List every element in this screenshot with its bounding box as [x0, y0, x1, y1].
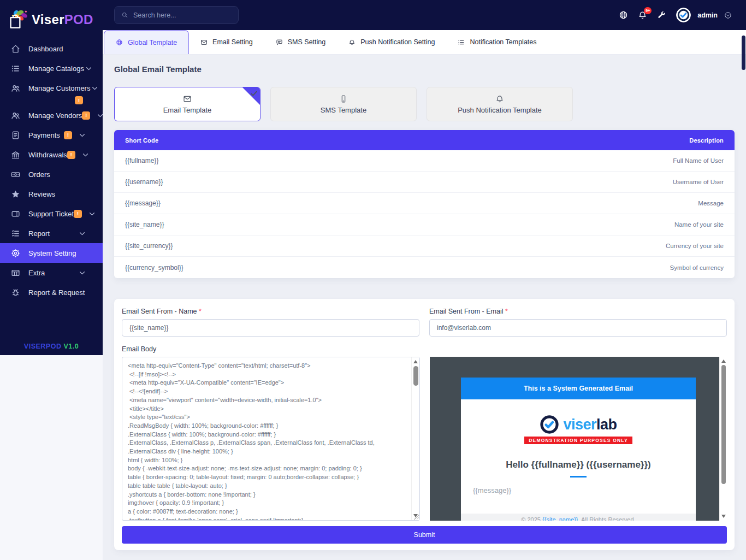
sidebar-item-manage-vendors[interactable]: Manage Vendors! [0, 105, 103, 125]
sidebar-item-orders[interactable]: Orders [0, 164, 103, 184]
wrench-icon[interactable] [657, 10, 666, 20]
star-icon [11, 190, 20, 199]
chevron-down-icon[interactable] [724, 11, 732, 19]
card-email-template[interactable]: Email Template [114, 87, 260, 121]
admin-menu-label[interactable]: admin [697, 11, 718, 19]
table-row: {{currency_symbol}}Symbol of currency [114, 257, 735, 278]
status-badge: ! [74, 210, 82, 218]
preview-footer: © 2025 {{site_name}}. All Rights Reserve… [461, 514, 696, 521]
top-right-actions: 9+ admin [619, 8, 732, 22]
scrollbar-thumb[interactable] [721, 365, 726, 484]
card-sms-template[interactable]: SMS Template [270, 87, 417, 121]
preview-banner: This is a System Generated Email [461, 378, 696, 399]
settings-tab-bar: Global Template Email Setting SMS Settin… [103, 30, 746, 55]
preview-message: {{message}} [461, 486, 696, 494]
chevron-down-icon [90, 84, 99, 93]
preview-greeting: Hello {{fullname}} ({{username}}) [461, 459, 696, 470]
email-template-form: Email Sent From - Name * Email Sent From… [114, 299, 735, 550]
chevron-down-icon [78, 229, 87, 238]
bell-icon [348, 39, 356, 46]
editor-scrollbar [411, 357, 419, 520]
splash-logo-icon [5, 7, 31, 32]
users-icon [11, 111, 20, 120]
phone-icon [339, 95, 348, 103]
chevron-down-icon [81, 150, 90, 160]
status-badge: ! [82, 111, 90, 120]
status-badge: ! [67, 151, 75, 159]
chat-icon [276, 39, 283, 46]
list-icon [458, 39, 465, 46]
template-type-cards: Email Template SMS Template Push Notific… [114, 87, 735, 121]
page-scrollbar[interactable] [742, 36, 745, 70]
page-title: Global Email Template [114, 64, 735, 74]
email-field-label: Email Sent From - Email * [429, 308, 727, 315]
bell-icon [495, 95, 504, 103]
tab-sms-setting[interactable]: SMS Setting [264, 30, 337, 54]
notification-count-badge: 9+ [644, 7, 652, 14]
ticket-icon [11, 209, 20, 219]
sidebar-item-system-setting[interactable]: System Setting [0, 243, 103, 263]
home-icon [11, 44, 20, 54]
resize-grip-icon[interactable] [413, 514, 419, 520]
table-row: {{username}}Username of User [114, 172, 735, 193]
envelope-icon [200, 39, 208, 46]
sidebar-item-dashboard[interactable]: Dashboard [0, 39, 103, 58]
chevron-down-icon [96, 111, 105, 120]
avatar[interactable] [676, 8, 691, 22]
sidebar-item-manage-catalogs[interactable]: Manage Catalogs [0, 58, 103, 78]
shortcode-description: Full Name of User [673, 157, 724, 164]
users-icon [11, 84, 20, 93]
scroll-up-arrow[interactable] [413, 360, 418, 363]
demo-ribbon: DEMONSTRATION PURPOSES ONLY [524, 437, 632, 444]
cash-icon [11, 170, 20, 179]
site-name-link[interactable]: {{site_name}} [542, 516, 578, 521]
submit-button[interactable]: Submit [122, 526, 727, 544]
sidebar-item-withdrawals[interactable]: Withdrawals! [0, 145, 103, 164]
email-sent-from-name-field[interactable] [122, 319, 419, 337]
top-bar: 9+ admin [103, 0, 746, 30]
search-icon [121, 11, 128, 19]
brand-name: ViserPOD [32, 12, 93, 27]
tab-push-notification-setting[interactable]: Push Notification Setting [337, 30, 446, 54]
sidebar-item-report-request[interactable]: Report & Request [0, 282, 103, 302]
catalog-icon [11, 64, 20, 73]
shortcode-description: Message [698, 200, 724, 207]
sidebar-item-extra[interactable]: Extra [0, 263, 103, 282]
gear-icon [11, 249, 20, 258]
language-globe-icon[interactable] [619, 10, 628, 20]
scroll-down-arrow[interactable] [721, 515, 726, 518]
email-preview-panel: This is a System Generated Email viserla… [430, 357, 727, 521]
chevron-down-icon [78, 268, 87, 278]
email-body-textarea[interactable]: <meta http-equiv="Content-Type" content=… [122, 357, 411, 520]
brand-logo[interactable]: ViserPOD [0, 0, 103, 39]
viserlab-logo: viserlab [461, 415, 696, 434]
table-row: {{fullname}}Full Name of User [114, 150, 735, 172]
scroll-up-arrow[interactable] [721, 359, 726, 363]
sidebar-item-payments[interactable]: Payments! [0, 125, 103, 145]
tab-email-setting[interactable]: Email Setting [189, 30, 264, 54]
sidebar-item-report[interactable]: Report [0, 223, 103, 243]
required-mark: * [199, 308, 202, 315]
scrollbar-thumb[interactable] [413, 366, 418, 386]
envelope-icon [183, 95, 192, 103]
shortcode-value: {{username}} [125, 178, 163, 186]
globe-icon [116, 39, 123, 46]
chevron-down-icon [78, 131, 87, 140]
tab-global-template[interactable]: Global Template [104, 30, 189, 54]
app-version: VISERPOD V1.0 [0, 343, 103, 350]
sidebar-item-reviews[interactable]: Reviews [0, 184, 103, 204]
notifications-bell[interactable]: 9+ [638, 10, 647, 20]
shortcode-description: Symbol of currency [670, 264, 724, 271]
sidebar-item-manage-customers[interactable]: Manage Customers! [0, 78, 103, 98]
column-description: Description [689, 137, 724, 144]
sidebar-item-support-ticket[interactable]: Support Ticket! [0, 204, 103, 223]
search-input[interactable] [133, 11, 232, 19]
preview-body: viserlab DEMONSTRATION PURPOSES ONLY Hel… [461, 399, 696, 521]
bank-icon [11, 150, 20, 160]
tab-notification-templates[interactable]: Notification Templates [446, 30, 548, 54]
required-mark: * [505, 308, 508, 315]
shortcode-description: Name of your site [674, 221, 724, 228]
shortcode-table: Short Code Description {{fullname}}Full … [114, 130, 735, 278]
email-sent-from-email-field[interactable] [429, 319, 727, 337]
card-push-notification-template[interactable]: Push Notification Template [427, 87, 573, 121]
